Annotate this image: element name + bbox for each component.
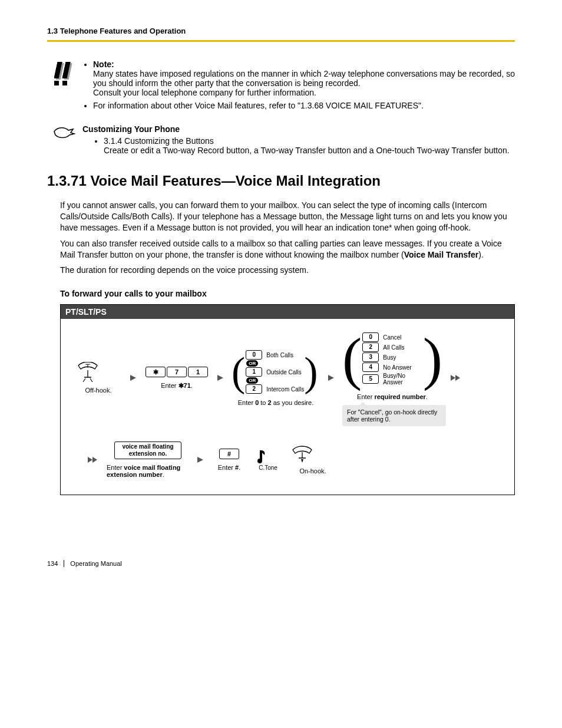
note-bullet-1: Note: Many states have imposed regulatio… [93,60,515,97]
onhook-caption: On-hook. [289,467,336,475]
flow-row-2: voice mail floating extension no. Enter … [75,442,500,478]
arrow-icon [216,374,224,382]
key-1: 1 [188,367,208,377]
label-intercom: Intercom Calls [266,386,304,393]
bracket-right-icon: ) [304,351,318,393]
cap-pre: Enter [161,382,178,389]
note-label: Note: [93,60,114,69]
customizing-content: Customizing Your Phone 3.1.4 Customizing… [82,124,515,155]
procedure-body: Off-hook. ✱71 Enter ✱71. [61,319,514,495]
note-bullet-2: For information about other Voice Mail f… [93,101,515,110]
procedure-title: PT/SLT/PS [61,305,514,319]
cap-pre: Enter [238,399,255,406]
step-calltype: ( 0Both Calls OR 1Outside Calls OR 2Inte… [232,350,320,406]
onhook-icon [289,445,315,463]
note-text1: Many states have imposed regulations on … [93,69,515,88]
or-pill: OR [246,360,258,367]
cap-suf: . [239,464,240,471]
cap-suf: . [426,393,428,400]
label-busynoanswer: Busy/No Answer [383,373,422,386]
note-text2: Consult your local telephone company for… [93,88,316,97]
double-arrow-icon [87,456,100,464]
key-1: 1 [246,367,262,377]
music-note-icon [254,449,267,465]
step-hash: # Enter #. [211,449,247,471]
svg-rect-8 [54,81,59,85]
label-cancel: Cancel [383,334,401,341]
arrow-icon [327,374,335,382]
note-content: Note: Many states have imposed regulatio… [82,60,515,114]
flow-row-1: Off-hook. ✱71 Enter ✱71. [75,330,500,426]
page-footer: 134 Operating Manual [47,560,515,567]
note-block: Note: Many states have imposed regulatio… [47,60,515,114]
key-hash: # [219,449,239,459]
page-number: 134 [47,560,64,567]
ctone-label: C.Tone [254,465,282,471]
hand-pointing-icon [47,124,82,141]
cap-suf: . [163,471,164,478]
hash-caption: Enter #. [211,464,247,471]
body-paragraph-3: The duration for recording depends on th… [60,265,515,276]
label-allcalls: All Calls [383,344,404,351]
svg-marker-14 [455,375,460,381]
or-pill: OR [246,377,258,384]
label-noanswer: No Answer [383,364,411,371]
step-star71: ✱71 Enter ✱71. [144,367,209,390]
procedure-box: PT/SLT/PS Off-hook. [60,304,515,495]
step-offhook: Off-hook. [75,362,122,394]
customizing-line2: Create or edit a Two-way Record button, … [104,146,510,155]
bracket-left-icon: ( [342,330,362,388]
label-outside: Outside Calls [266,369,301,375]
required-options: 0Cancel 2All Calls 3Busy 4No Answer 5Bus… [362,332,422,386]
step-ctone: C.Tone [254,449,282,471]
cap-mid: to [259,399,267,406]
step-required: ( 0Cancel 2All Calls 3Busy 4No Answer 5B… [342,330,442,426]
customizing-line1: 3.1.4 Customizing the Buttons [104,136,214,146]
label-busy: Busy [383,354,396,361]
svg-marker-12 [328,375,334,381]
key-4: 4 [362,363,379,372]
floating-ext-field: voice mail floating extension no. [114,442,181,459]
key-2: 2 [246,384,262,394]
section-heading: 1.3.71 Voice Mail Features—Voice Mail In… [47,173,515,189]
para2-bold: Voice Mail Transfer [404,250,479,259]
customizing-item: 3.1.4 Customizing the Buttons Create or … [104,136,515,155]
step-onhook: On-hook. [289,445,336,475]
key-0: 0 [246,350,262,360]
cap-bold: ✱71 [178,382,191,389]
svg-marker-10 [130,375,136,381]
cap-b: required number [374,393,425,400]
para2-suf: ). [478,250,484,259]
star71-caption: Enter ✱71. [144,382,209,390]
cancel-tooltip: For "Cancel", go on-hook directly after … [342,405,446,426]
key-2: 2 [362,342,379,352]
procedure-subheading: To forward your calls to your mailbox [60,289,515,298]
key-0: 0 [362,332,379,342]
cap-pre: Enter [107,464,124,471]
key-star: ✱ [146,367,166,377]
arrow-icon [129,374,137,382]
key-5: 5 [362,374,379,384]
customizing-block: Customizing Your Phone 3.1.4 Customizing… [47,124,515,155]
svg-rect-9 [62,81,67,85]
svg-marker-17 [197,457,203,463]
calltype-options: 0Both Calls OR 1Outside Calls OR 2Interc… [245,350,304,394]
key-3: 3 [362,353,379,362]
calltype-caption: Enter 0 to 2 as you desire. [232,399,320,406]
svg-marker-13 [451,375,455,381]
cap-pre: Enter [218,464,235,471]
label-both: Both Calls [266,352,293,358]
key-7: 7 [167,367,187,377]
bracket-left-icon: ( [232,351,245,393]
body-paragraph-2: You can also transfer received outside c… [60,238,515,261]
body-paragraph-1: If you cannot answer calls, you can forw… [60,200,515,233]
step-floating-ext: voice mail floating extension no. Enter … [107,442,189,478]
svg-marker-11 [217,375,223,381]
svg-marker-16 [92,457,97,463]
running-header: 1.3 Telephone Features and Operation [47,27,515,35]
bracket-right-icon: ) [423,330,442,388]
double-arrow-icon [449,374,462,382]
offhook-caption: Off-hook. [75,387,122,394]
offhook-icon [75,362,101,382]
cap-suf: . [191,382,193,389]
